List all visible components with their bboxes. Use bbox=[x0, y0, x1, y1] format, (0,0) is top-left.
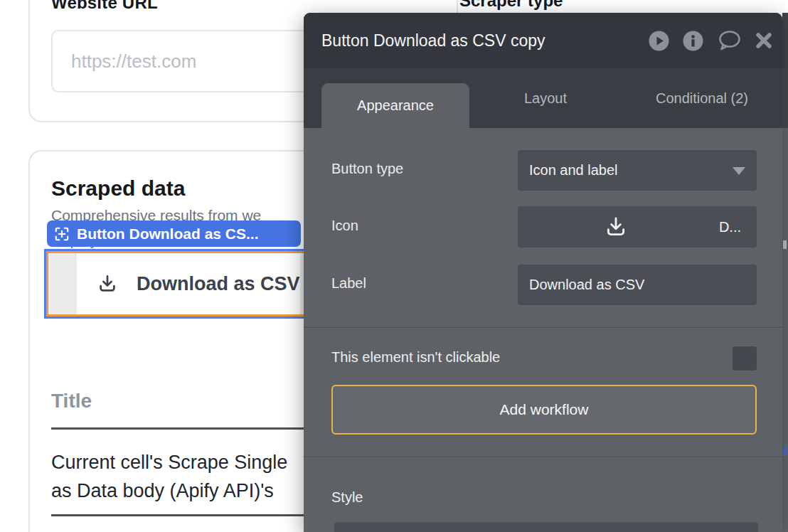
button-type-label: Button type bbox=[331, 161, 403, 177]
edge-canvas-sliver bbox=[782, 0, 788, 13]
section-divider bbox=[304, 327, 782, 328]
preview-play-icon[interactable] bbox=[649, 31, 669, 51]
tab-appearance[interactable]: Appearance bbox=[321, 83, 469, 128]
download-csv-button-canvas[interactable]: Download as CSV bbox=[77, 253, 300, 314]
tab-conditional[interactable]: Conditional (2) bbox=[622, 68, 782, 128]
element-select-icon bbox=[54, 226, 70, 242]
edge-fleck-blue bbox=[783, 446, 787, 456]
table-cell-expression: Current cell's Scrape Single as Data bod… bbox=[51, 448, 287, 505]
element-margin-left bbox=[48, 253, 77, 314]
chevron-down-icon bbox=[733, 167, 745, 175]
icon-label: Icon bbox=[331, 218, 358, 234]
label-input[interactable]: Download as CSV bbox=[518, 265, 757, 305]
panel-header-actions bbox=[649, 13, 772, 68]
add-workflow-button[interactable]: Add workflow bbox=[331, 385, 757, 435]
info-icon[interactable] bbox=[683, 31, 703, 51]
add-workflow-label: Add workflow bbox=[500, 401, 589, 418]
style-dropdown-partial[interactable] bbox=[334, 522, 758, 532]
edge-dark-sliver bbox=[782, 13, 788, 68]
panel-title: Button Download as CSV copy bbox=[321, 13, 545, 68]
selected-element-badge[interactable]: Button Download as CS... bbox=[47, 220, 301, 247]
selected-element-name: Button Download as CS... bbox=[77, 225, 259, 243]
table-cell-line2: as Data body (Apify API)'s bbox=[51, 477, 287, 505]
section-divider bbox=[304, 457, 782, 457]
scraped-data-title: Scraped data bbox=[51, 176, 185, 201]
label-input-value: Download as CSV bbox=[529, 277, 644, 293]
download-icon bbox=[97, 273, 118, 294]
selected-element-outline[interactable]: Download as CSV bbox=[44, 249, 314, 319]
download-csv-button-label: Download as CSV bbox=[137, 273, 300, 295]
tab-layout[interactable]: Layout bbox=[469, 68, 622, 128]
editor-scrollbar[interactable] bbox=[782, 0, 788, 532]
clickable-checkbox[interactable] bbox=[733, 346, 757, 371]
style-section-label: Style bbox=[331, 489, 363, 506]
comment-icon[interactable] bbox=[717, 30, 742, 51]
bubble-editor-screen: Website URL Scraper type Scraped data Co… bbox=[0, 0, 788, 532]
icon-picker[interactable]: D... bbox=[518, 206, 757, 248]
panel-tabbar: Appearance Layout Conditional (2) bbox=[304, 68, 782, 128]
table-cell-line1: Current cell's Scrape Single bbox=[51, 448, 287, 477]
button-type-value: Icon and label bbox=[529, 162, 618, 179]
button-type-dropdown[interactable]: Icon and label bbox=[518, 150, 757, 191]
label-field-label: Label bbox=[331, 275, 366, 292]
download-icon bbox=[604, 215, 628, 239]
download-button-element[interactable]: Download as CSV bbox=[46, 251, 312, 316]
website-url-label: Website URL bbox=[51, 0, 158, 13]
edge-fleck bbox=[783, 240, 787, 249]
not-clickable-text: This element isn't clickable bbox=[331, 349, 500, 366]
scraper-type-label: Scraper type bbox=[459, 0, 563, 11]
table-column-header: Title bbox=[51, 390, 92, 413]
panel-body: Button type Icon and label Icon D... Lab… bbox=[304, 128, 782, 532]
panel-header[interactable]: Button Download as CSV copy bbox=[304, 13, 782, 68]
close-icon[interactable] bbox=[755, 32, 772, 49]
edge-tab-sliver bbox=[782, 68, 788, 128]
icon-name-truncated: D... bbox=[719, 219, 741, 235]
property-editor-panel: Button Download as CSV copy bbox=[304, 13, 782, 532]
